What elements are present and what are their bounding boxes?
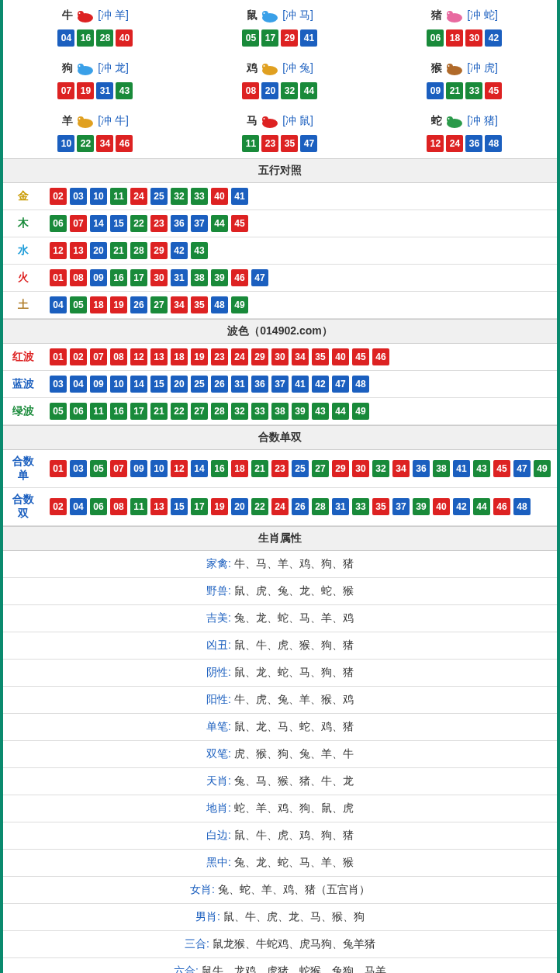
number-ball: 45 (231, 215, 248, 232)
svg-point-10 (78, 64, 84, 70)
number-ball: 35 (372, 498, 389, 515)
number-ball: 33 (352, 498, 369, 515)
number-ball: 26 (130, 296, 147, 313)
wuxing-table: 金 02031011242532334041 木 060714152223363… (3, 183, 557, 319)
number-ball: 24 (446, 135, 463, 152)
attr-row: 黑中: 兔、龙、蛇、马、羊、猴 (3, 850, 557, 877)
row-numbers: 06071415222336374445 (50, 215, 551, 232)
number-ball: 41 (292, 376, 309, 393)
number-ball: 04 (70, 498, 87, 515)
number-ball: 31 (96, 82, 113, 99)
attr-val: 牛、虎、兔、羊、猴、鸡 (234, 693, 354, 705)
number-ball: 11 (242, 135, 259, 152)
number-ball: 18 (90, 296, 107, 313)
number-ball: 47 (251, 269, 268, 286)
zodiac-cell: 马 [冲 鼠] 11233547 (188, 109, 372, 157)
number-ball: 35 (191, 296, 208, 313)
svg-point-20 (79, 118, 81, 119)
number-ball: 30 (465, 29, 482, 47)
number-ball: 34 (292, 348, 309, 365)
number-ball: 46 (372, 348, 389, 365)
row-label: 土 (3, 292, 43, 319)
number-ball: 48 (352, 376, 369, 393)
row-numbers-cell: 0102070812131819232429303435404546 (43, 344, 557, 371)
attr-key: 男肖: (195, 910, 223, 923)
zodiac-numbers: 08203244 (188, 82, 372, 99)
zodiac-icon (259, 113, 281, 130)
zodiac-conflict: [冲 虎] (467, 61, 498, 75)
zodiac-name: 猴 (431, 61, 442, 75)
attr-val: 鼠、龙、马、蛇、鸡、猪 (234, 720, 354, 732)
number-ball: 17 (191, 498, 208, 515)
number-ball: 14 (130, 376, 147, 393)
number-ball: 07 (110, 460, 127, 477)
zodiac-numbers: 11233547 (188, 135, 372, 152)
section-header-heshu: 合数单双 (3, 425, 557, 450)
zodiac-numbers: 05172941 (188, 29, 372, 47)
table-row: 绿波 05061116172122272832333839434449 (3, 398, 557, 425)
row-numbers-cell: 04051819262734354849 (43, 292, 557, 319)
number-ball: 25 (191, 376, 208, 393)
attr-key: 六合: (174, 964, 202, 973)
attrs-list: 家禽: 牛、马、羊、鸡、狗、猪野兽: 鼠、虎、兔、龙、蛇、猴吉美: 兔、龙、蛇、… (3, 551, 557, 973)
zodiac-cell: 蛇 [冲 猪] 12243648 (373, 109, 556, 157)
number-ball: 27 (312, 460, 329, 477)
number-ball: 39 (413, 498, 430, 515)
number-ball: 47 (513, 460, 531, 477)
row-label: 绿波 (3, 398, 43, 425)
number-ball: 24 (130, 188, 147, 205)
svg-point-1 (78, 11, 84, 17)
number-ball: 07 (70, 215, 87, 232)
number-ball: 11 (130, 498, 147, 515)
number-ball: 42 (485, 29, 502, 47)
number-ball: 08 (242, 82, 259, 99)
number-ball: 40 (211, 188, 228, 205)
heshu-table: 合数单 010305070910121416182123252729303234… (3, 450, 557, 526)
zodiac-name: 马 (247, 114, 258, 128)
number-ball: 21 (110, 242, 127, 259)
number-ball: 24 (271, 498, 289, 515)
attr-row: 家禽: 牛、马、羊、鸡、狗、猪 (3, 551, 557, 578)
row-numbers: 03040910141520252631363741424748 (50, 376, 551, 393)
number-ball: 04 (57, 29, 74, 47)
number-ball: 44 (332, 403, 349, 420)
number-ball: 18 (171, 348, 188, 365)
number-ball: 18 (446, 29, 463, 47)
number-ball: 44 (473, 498, 490, 515)
number-ball: 34 (96, 135, 113, 152)
number-ball: 42 (171, 242, 188, 259)
number-ball: 41 (231, 188, 248, 205)
number-ball: 08 (110, 348, 127, 365)
table-row: 合数双 020406081113151719202224262831333537… (3, 488, 557, 526)
zodiac-name: 蛇 (431, 114, 442, 128)
attr-row: 天肖: 兔、马、猴、猪、牛、龙 (3, 768, 557, 795)
table-row: 土 04051819262734354849 (3, 292, 557, 319)
zodiac-numbers: 09213345 (373, 82, 556, 99)
number-ball: 32 (171, 188, 188, 205)
attr-val: 鼠、牛、虎、鸡、狗、猪 (234, 829, 354, 841)
number-ball: 31 (171, 269, 188, 286)
svg-point-19 (78, 116, 84, 123)
attr-val: 牛、马、羊、鸡、狗、猪 (234, 557, 354, 570)
number-ball: 31 (231, 376, 248, 393)
attr-row: 阳性: 牛、虎、兔、羊、猴、鸡 (3, 687, 557, 714)
zodiac-name: 鸡 (247, 61, 258, 75)
number-ball: 49 (352, 403, 369, 420)
attr-val: 鼠、牛、虎、猴、狗、猪 (234, 639, 354, 651)
number-ball: 40 (116, 29, 133, 47)
number-ball: 44 (211, 215, 228, 232)
row-label: 水 (3, 237, 43, 265)
section-header-shengxiao: 生肖属性 (3, 526, 557, 551)
attr-val: 兔、蛇、羊、鸡、猪（五宫肖） (218, 883, 370, 895)
zodiac-cell: 狗 [冲 龙] 07193143 (4, 56, 187, 104)
number-ball: 38 (271, 403, 289, 420)
row-label: 金 (3, 183, 43, 210)
number-ball: 09 (130, 460, 147, 477)
number-ball: 43 (116, 82, 133, 99)
number-ball: 16 (110, 269, 127, 286)
number-ball: 20 (90, 242, 107, 259)
zodiac-grid: 牛 [冲 羊] 04162840 鼠 [冲 马] 05172941 猪 (3, 0, 557, 158)
number-ball: 17 (130, 269, 147, 286)
attr-val: 兔、龙、蛇、马、羊、鸡 (234, 611, 354, 624)
number-ball: 12 (130, 348, 147, 365)
